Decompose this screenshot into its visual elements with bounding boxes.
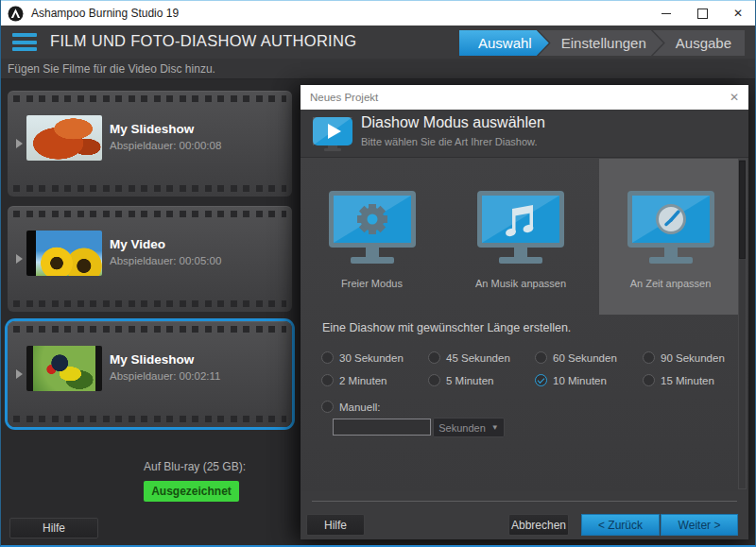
radio-icon: [535, 351, 547, 364]
radio-icon: [643, 351, 655, 364]
item-meta: My Slideshow Abspieldauer: 00:02:11: [110, 352, 220, 382]
dialog-scrollbar[interactable]: [738, 159, 747, 489]
dialog-footer: Hilfe Abbrechen < Zurück Weiter >: [301, 491, 748, 539]
dialog-close-icon[interactable]: ✕: [730, 91, 739, 104]
manual-duration-input[interactable]: [333, 419, 431, 436]
filmstrip-perforation: [13, 211, 286, 217]
instruction-bar: Fügen Sie Filme für die Video Disc hinzu…: [0, 59, 756, 79]
next-button[interactable]: Weiter >: [661, 514, 738, 536]
dialog-heading: Diashow Modus auswählen: [361, 114, 545, 131]
filmstrip-perforation: [13, 185, 286, 192]
close-icon: ✕: [733, 7, 743, 20]
filmstrip-perforation: [13, 326, 286, 333]
maximize-icon: [697, 9, 708, 19]
thumbnail-sunflowers: [26, 231, 102, 276]
playlist-item-selected[interactable]: My Slideshow Abspieldauer: 00:02:11: [8, 321, 292, 427]
new-project-dialog: Neues Projekt ✕ Diashow Modus auswählen …: [301, 85, 748, 538]
os-titlebar: Ashampoo Burning Studio 19 ✕: [0, 0, 756, 26]
radio-90-sekunden[interactable]: 90 Sekunden: [643, 350, 749, 365]
radio-45-sekunden[interactable]: 45 Sekunden: [428, 350, 535, 365]
minimize-button[interactable]: [648, 1, 684, 26]
mode-label: An Musik anpassen: [450, 278, 592, 289]
mode-tile-an-musik-anpassen[interactable]: An Musik anpassen: [450, 159, 592, 315]
dialog-header: Diashow Modus auswählen Bitte wählen Sie…: [301, 110, 748, 158]
cancel-button[interactable]: Abbrechen: [508, 514, 569, 536]
item-title: My Slideshow: [110, 122, 221, 136]
item-duration: Abspieldauer: 00:02:11: [110, 370, 220, 382]
dialog-titlebar: Neues Projekt ✕: [301, 85, 748, 110]
page-title: FILM UND FOTO-DIASHOW AUTHORING: [50, 32, 356, 50]
thumbnail-starfish: [26, 115, 102, 161]
dialog-help-button[interactable]: Hilfe: [306, 514, 365, 536]
radio-60-sekunden[interactable]: 60 Sekunden: [535, 350, 643, 365]
item-duration: Abspieldauer: 00:05:00: [110, 255, 221, 266]
duration-options: 30 Sekunden 45 Sekunden 60 Sekunden 90 S…: [321, 350, 749, 387]
thumbnail-parrot: [26, 346, 102, 391]
app-window: { "window": { "title": "Ashampoo Burning…: [0, 0, 756, 547]
radio-15-minuten[interactable]: 15 Minuten: [643, 373, 749, 387]
mode-label: An Zeit anpassen: [599, 278, 742, 289]
radio-2-minuten[interactable]: 2 Minuten: [321, 373, 428, 387]
playlist-item[interactable]: My Slideshow Abspieldauer: 00:00:08: [8, 91, 292, 197]
radio-icon: [428, 374, 440, 386]
wizard-steps: Auswahl Einstellungen Ausgabe: [459, 30, 745, 56]
item-duration: Abspieldauer: 00:00:08: [110, 140, 221, 151]
filmstrip-perforation: [13, 300, 286, 307]
slideshow-play-icon: [312, 114, 353, 152]
step-einstellungen[interactable]: Einstellungen: [539, 30, 663, 56]
step-ausgabe[interactable]: Ausgabe: [653, 30, 745, 56]
radio-manuell[interactable]: Manuell:: [321, 400, 380, 414]
radio-5-minuten[interactable]: 5 Minuten: [428, 373, 535, 387]
clock-monitor-icon: [626, 189, 716, 270]
item-meta: My Video Abspieldauer: 00:05:00: [110, 237, 221, 266]
dialog-subheading: Bitte wählen Sie die Art Ihrer Diashow.: [361, 136, 537, 147]
step-auswahl[interactable]: Auswahl: [459, 30, 549, 56]
dialog-body: Freier Modus An Musik anpassen: [301, 158, 748, 491]
minimize-icon: [662, 13, 671, 14]
menu-button[interactable]: [12, 33, 37, 51]
item-title: My Slideshow: [110, 352, 220, 367]
play-arrow-icon: [16, 139, 23, 148]
item-title: My Video: [110, 237, 221, 251]
disc-capacity-label: Auf Blu-ray (25 GB):: [144, 460, 248, 473]
window-title: Ashampoo Burning Studio 19: [31, 7, 179, 20]
footer-divider: [312, 501, 737, 502]
radio-10-minuten[interactable]: 10 Minuten: [535, 373, 643, 387]
playlist-item[interactable]: My Video Abspieldauer: 00:05:00: [8, 206, 292, 312]
radio-checked-icon: [535, 374, 547, 386]
music-monitor-icon: [475, 189, 566, 270]
mode-label: Freier Modus: [301, 278, 443, 289]
radio-icon: [643, 374, 655, 386]
duration-prompt: Eine Diashow mit gewünschter Länge erste…: [322, 321, 571, 334]
play-arrow-icon: [16, 369, 23, 379]
hamburger-icon: [12, 33, 37, 37]
dialog-title: Neues Projekt: [310, 92, 378, 103]
app-header: FILM UND FOTO-DIASHOW AUTHORING Auswahl …: [0, 26, 756, 59]
gear-monitor-icon: [327, 189, 418, 270]
radio-30-sekunden[interactable]: 30 Sekunden: [321, 350, 428, 365]
filmstrip-perforation: [13, 95, 286, 102]
close-button[interactable]: ✕: [720, 1, 756, 26]
radio-icon: [321, 401, 334, 413]
radio-icon: [321, 351, 334, 364]
mode-tile-freier-modus[interactable]: Freier Modus: [301, 159, 443, 315]
mode-tile-an-zeit-anpassen[interactable]: An Zeit anpassen: [599, 159, 742, 315]
quality-status-badge: Ausgezeichnet: [144, 481, 239, 502]
help-button[interactable]: Hilfe: [9, 518, 98, 538]
item-meta: My Slideshow Abspieldauer: 00:00:08: [110, 122, 221, 151]
unit-dropdown[interactable]: Sekunden ▼: [433, 418, 505, 437]
chevron-down-icon: ▼: [491, 423, 499, 432]
back-button[interactable]: < Zurück: [581, 514, 660, 536]
maximize-button[interactable]: [684, 1, 720, 26]
instruction-text: Fügen Sie Filme für die Video Disc hinzu…: [8, 62, 215, 76]
unit-dropdown-label: Sekunden: [438, 422, 486, 434]
radio-icon: [428, 351, 440, 364]
ashampoo-logo-icon: [8, 6, 24, 22]
scrollbar-thumb[interactable]: [739, 161, 746, 259]
play-arrow-icon: [16, 254, 23, 264]
radio-icon: [321, 374, 334, 386]
window-controls: ✕: [648, 1, 756, 26]
filmstrip-perforation: [13, 416, 286, 422]
